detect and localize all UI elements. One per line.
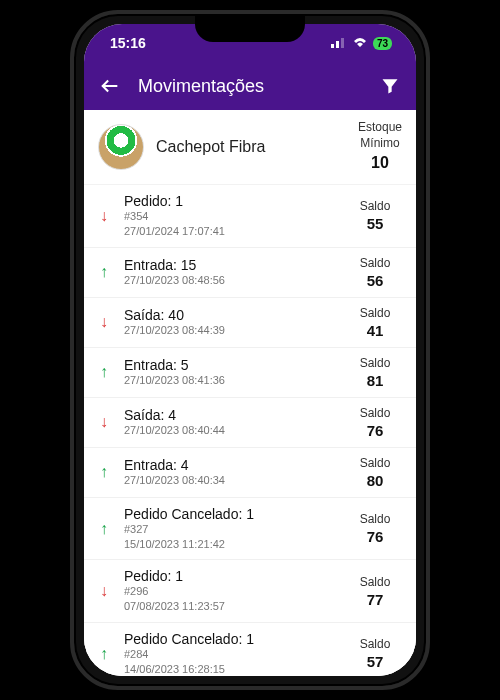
movement-title: Pedido: 1 <box>124 568 338 584</box>
movement-timestamp: 14/06/2023 16:28:15 <box>124 662 338 676</box>
movement-balance: Saldo81 <box>348 356 402 389</box>
movement-timestamp: 15/10/2023 11:21:42 <box>124 537 338 552</box>
back-button[interactable] <box>98 74 122 98</box>
movement-order: #354 <box>124 209 338 224</box>
svg-rect-2 <box>341 38 344 48</box>
movement-balance: Saldo41 <box>348 306 402 339</box>
movement-timestamp: 27/10/2023 08:40:44 <box>124 423 338 438</box>
movement-row[interactable]: ↑Pedido Cancelado: 1#32715/10/2023 11:21… <box>84 498 416 561</box>
arrow-up-icon: ↑ <box>94 520 114 538</box>
movement-order: #296 <box>124 584 338 599</box>
arrow-down-icon: ↓ <box>94 413 114 431</box>
svg-rect-0 <box>331 44 334 48</box>
movement-main: Entrada: 527/10/2023 08:41:36 <box>124 357 338 388</box>
arrow-down-icon: ↓ <box>94 313 114 331</box>
movement-title: Saída: 40 <box>124 307 338 323</box>
movement-timestamp: 27/01/2024 17:07:41 <box>124 224 338 239</box>
movement-order: #284 <box>124 647 338 662</box>
movements-list: ↓Pedido: 1#35427/01/2024 17:07:41Saldo55… <box>84 185 416 676</box>
movement-row[interactable]: ↑Pedido Cancelado: 1#28414/06/2023 16:28… <box>84 623 416 676</box>
movement-row[interactable]: ↓Saída: 4027/10/2023 08:44:39Saldo41 <box>84 298 416 348</box>
movement-timestamp: 07/08/2023 11:23:57 <box>124 599 338 614</box>
balance-value: 56 <box>348 272 402 289</box>
movement-balance: Saldo76 <box>348 406 402 439</box>
arrow-down-icon: ↓ <box>94 207 114 225</box>
arrow-up-icon: ↑ <box>94 463 114 481</box>
movement-main: Pedido Cancelado: 1#32715/10/2023 11:21:… <box>124 506 338 552</box>
page-title: Movimentações <box>138 76 362 97</box>
movement-timestamp: 27/10/2023 08:40:34 <box>124 473 338 488</box>
battery-icon: 73 <box>373 37 392 50</box>
balance-value: 76 <box>348 528 402 545</box>
movement-main: Saída: 427/10/2023 08:40:44 <box>124 407 338 438</box>
screen: 15:16 73 Movimentações <box>84 24 416 676</box>
movement-timestamp: 27/10/2023 08:41:36 <box>124 373 338 388</box>
balance-value: 76 <box>348 422 402 439</box>
movement-main: Entrada: 1527/10/2023 08:48:56 <box>124 257 338 288</box>
movement-main: Pedido: 1#35427/01/2024 17:07:41 <box>124 193 338 239</box>
movement-row[interactable]: ↑Entrada: 427/10/2023 08:40:34Saldo80 <box>84 448 416 498</box>
balance-value: 41 <box>348 322 402 339</box>
movement-title: Saída: 4 <box>124 407 338 423</box>
movement-balance: Saldo76 <box>348 512 402 545</box>
filter-button[interactable] <box>378 74 402 98</box>
balance-value: 81 <box>348 372 402 389</box>
balance-label: Saldo <box>348 256 402 270</box>
movement-row[interactable]: ↓Saída: 427/10/2023 08:40:44Saldo76 <box>84 398 416 448</box>
balance-label: Saldo <box>348 306 402 320</box>
movement-balance: Saldo56 <box>348 256 402 289</box>
min-stock-value: 10 <box>358 153 402 174</box>
app-bar: Movimentações <box>84 62 416 110</box>
wifi-icon <box>352 35 368 51</box>
movement-main: Pedido Cancelado: 1#28414/06/2023 16:28:… <box>124 631 338 676</box>
arrow-down-icon: ↓ <box>94 582 114 600</box>
movement-timestamp: 27/10/2023 08:44:39 <box>124 323 338 338</box>
content[interactable]: Cachepot Fibra Estoque Mínimo 10 ↓Pedido… <box>84 110 416 676</box>
movement-title: Pedido Cancelado: 1 <box>124 506 338 522</box>
movement-title: Pedido Cancelado: 1 <box>124 631 338 647</box>
balance-label: Saldo <box>348 512 402 526</box>
movement-title: Entrada: 15 <box>124 257 338 273</box>
notch <box>195 14 305 42</box>
movement-row[interactable]: ↑Entrada: 1527/10/2023 08:48:56Saldo56 <box>84 248 416 298</box>
movement-balance: Saldo80 <box>348 456 402 489</box>
movement-balance: Saldo55 <box>348 199 402 232</box>
signal-icon <box>331 35 347 51</box>
movement-main: Entrada: 427/10/2023 08:40:34 <box>124 457 338 488</box>
phone-frame: 15:16 73 Movimentações <box>70 10 430 690</box>
movement-main: Saída: 4027/10/2023 08:44:39 <box>124 307 338 338</box>
balance-label: Saldo <box>348 456 402 470</box>
min-stock: Estoque Mínimo 10 <box>358 120 402 174</box>
movement-balance: Saldo57 <box>348 637 402 670</box>
balance-value: 80 <box>348 472 402 489</box>
movement-title: Entrada: 5 <box>124 357 338 373</box>
product-header: Cachepot Fibra Estoque Mínimo 10 <box>84 110 416 184</box>
balance-value: 57 <box>348 653 402 670</box>
movement-row[interactable]: ↓Pedido: 1#29607/08/2023 11:23:57Saldo77 <box>84 560 416 623</box>
min-stock-label: Estoque <box>358 120 402 136</box>
balance-label: Saldo <box>348 356 402 370</box>
movement-balance: Saldo77 <box>348 575 402 608</box>
balance-label: Saldo <box>348 637 402 651</box>
movement-row[interactable]: ↑Entrada: 527/10/2023 08:41:36Saldo81 <box>84 348 416 398</box>
balance-value: 77 <box>348 591 402 608</box>
movement-order: #327 <box>124 522 338 537</box>
min-stock-label: Mínimo <box>358 136 402 152</box>
movement-title: Pedido: 1 <box>124 193 338 209</box>
arrow-up-icon: ↑ <box>94 263 114 281</box>
balance-label: Saldo <box>348 199 402 213</box>
product-image <box>98 124 144 170</box>
status-right: 73 <box>331 35 392 51</box>
movement-title: Entrada: 4 <box>124 457 338 473</box>
arrow-up-icon: ↑ <box>94 363 114 381</box>
product-name: Cachepot Fibra <box>156 138 346 156</box>
balance-label: Saldo <box>348 575 402 589</box>
balance-label: Saldo <box>348 406 402 420</box>
status-time: 15:16 <box>110 35 146 51</box>
arrow-up-icon: ↑ <box>94 645 114 663</box>
movement-timestamp: 27/10/2023 08:48:56 <box>124 273 338 288</box>
svg-rect-1 <box>336 41 339 48</box>
movement-main: Pedido: 1#29607/08/2023 11:23:57 <box>124 568 338 614</box>
movement-row[interactable]: ↓Pedido: 1#35427/01/2024 17:07:41Saldo55 <box>84 185 416 248</box>
balance-value: 55 <box>348 215 402 232</box>
